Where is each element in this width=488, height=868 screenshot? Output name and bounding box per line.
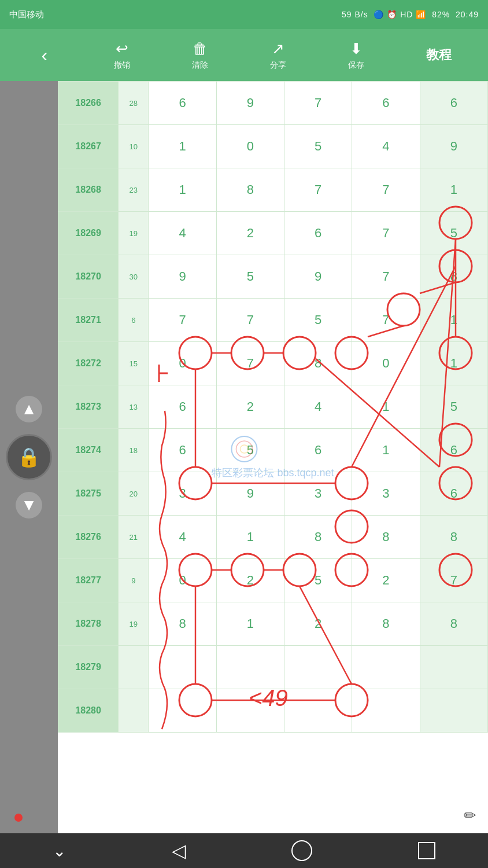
table-cell-3: 5 xyxy=(216,429,284,472)
toolbar: ‹ ↩ 撤销 🗑 清除 ↗ 分享 ⬇ 保存 教程 xyxy=(0,29,488,81)
undo-button[interactable]: ↩ 撤销 xyxy=(114,40,130,71)
table-cell-4 xyxy=(284,689,352,733)
side-panel: ▲ 🔒 ▼ xyxy=(0,81,58,833)
table-row: 182662869766 xyxy=(58,82,488,125)
table-cell-2: 7 xyxy=(149,299,216,342)
table-cell-3: 9 xyxy=(216,82,284,125)
table-cell-0: 18274 xyxy=(58,429,119,472)
table-cell-6 xyxy=(420,646,487,689)
table-cell-2: 0 xyxy=(149,342,216,385)
table-cell-4: 6 xyxy=(284,429,352,472)
table-cell-2: 9 xyxy=(149,255,216,299)
table-cell-2: 4 xyxy=(149,516,216,559)
table-cell-3: 7 xyxy=(216,342,284,385)
table-row: 182741865616 xyxy=(58,429,488,472)
share-button[interactable]: ↗ 分享 xyxy=(270,40,286,71)
table-cell-4 xyxy=(284,646,352,689)
lock-button[interactable]: 🔒 xyxy=(6,434,52,480)
table-cell-1: 19 xyxy=(119,602,149,646)
scroll-up-button[interactable]: ▲ xyxy=(16,396,42,422)
tutorial-label[interactable]: 教程 xyxy=(426,46,452,64)
carrier-label: 中国移动 xyxy=(9,9,44,20)
table-row: 18277902527 xyxy=(58,559,488,602)
table-cell-6: 5 xyxy=(420,385,487,429)
table-cell-6: 6 xyxy=(420,429,487,472)
table-row: 182781981288 xyxy=(58,602,488,646)
table-cell-3 xyxy=(216,689,284,733)
nav-circle-button[interactable] xyxy=(291,840,312,861)
table-cell-5: 7 xyxy=(352,168,420,212)
table-cell-4: 2 xyxy=(284,602,352,646)
table-cell-2 xyxy=(149,689,216,733)
table-cell-5 xyxy=(352,689,420,733)
scroll-down-button[interactable]: ▼ xyxy=(16,492,42,518)
table-row: 182762141888 xyxy=(58,516,488,559)
table-cell-5: 4 xyxy=(352,125,420,168)
nav-square-button[interactable] xyxy=(418,842,435,859)
table-cell-5: 0 xyxy=(352,342,420,385)
table-cell-6: 8 xyxy=(420,602,487,646)
table-cell-1 xyxy=(119,689,149,733)
table-cell-6 xyxy=(420,689,487,733)
table-cell-3: 2 xyxy=(216,559,284,602)
table-cell-0: 18271 xyxy=(58,299,119,342)
table-cell-4: 5 xyxy=(284,299,352,342)
bottom-navigation: ⌄ ◁ xyxy=(0,833,488,868)
table-cell-1: 23 xyxy=(119,168,149,212)
table-cell-2: 6 xyxy=(149,385,216,429)
nav-back-button[interactable]: ⌄ xyxy=(53,841,66,860)
nav-home-button[interactable]: ◁ xyxy=(172,840,186,862)
table-cell-6: 7 xyxy=(420,559,487,602)
table-cell-5: 7 xyxy=(352,212,420,255)
table-cell-5: 1 xyxy=(352,429,420,472)
color-indicator[interactable] xyxy=(14,814,23,822)
table-cell-0: 18272 xyxy=(58,342,119,385)
clear-label: 清除 xyxy=(192,60,208,71)
table-row: 18280 xyxy=(58,689,488,733)
table-cell-1: 18 xyxy=(119,429,149,472)
table-cell-3: 7 xyxy=(216,299,284,342)
table-cell-3: 8 xyxy=(216,168,284,212)
back-button[interactable]: ‹ xyxy=(36,40,52,71)
share-label: 分享 xyxy=(270,60,286,71)
table-cell-6: 1 xyxy=(420,299,487,342)
table-row: 182731362415 xyxy=(58,385,488,429)
table-cell-4: 9 xyxy=(284,255,352,299)
table-row: 182703095978 xyxy=(58,255,488,299)
table-cell-6: 1 xyxy=(420,342,487,385)
pen-button[interactable]: ✏ xyxy=(464,807,476,825)
table-cell-3: 2 xyxy=(216,212,284,255)
table-cell-3: 0 xyxy=(216,125,284,168)
table-cell-2: 3 xyxy=(149,472,216,516)
table-cell-1: 30 xyxy=(119,255,149,299)
table-cell-4: 7 xyxy=(284,168,352,212)
table-cell-3: 1 xyxy=(216,602,284,646)
table-row: 18279 xyxy=(58,646,488,689)
table-cell-5: 1 xyxy=(352,385,420,429)
battery-level: 82 xyxy=(432,10,442,19)
table-row: 182682318771 xyxy=(58,168,488,212)
table-cell-1: 19 xyxy=(119,212,149,255)
undo-icon: ↩ xyxy=(116,40,128,58)
save-icon: ⬇ xyxy=(350,40,363,58)
table-cell-5: 7 xyxy=(352,299,420,342)
table-cell-2: 4 xyxy=(149,212,216,255)
status-bar: 中国移动 59 B/s 🔵 ⏰ HD 📶 82% 20:49 xyxy=(0,0,488,29)
table-cell-5: 3 xyxy=(352,472,420,516)
save-button[interactable]: ⬇ 保存 xyxy=(348,40,364,71)
table-cell-6: 8 xyxy=(420,516,487,559)
table-cell-3: 5 xyxy=(216,255,284,299)
table-cell-4: 8 xyxy=(284,342,352,385)
table-cell-0: 18273 xyxy=(58,385,119,429)
table-cell-1: 13 xyxy=(119,385,149,429)
table-cell-0: 18276 xyxy=(58,516,119,559)
table-cell-2 xyxy=(149,646,216,689)
table-cell-2: 8 xyxy=(149,602,216,646)
clear-button[interactable]: 🗑 清除 xyxy=(192,40,208,71)
table-cell-3: 9 xyxy=(216,472,284,516)
undo-label: 撤销 xyxy=(114,60,130,71)
table-cell-2: 1 xyxy=(149,125,216,168)
table-cell-5: 8 xyxy=(352,602,420,646)
table-row: 182721507801 xyxy=(58,342,488,385)
table-cell-4: 3 xyxy=(284,472,352,516)
